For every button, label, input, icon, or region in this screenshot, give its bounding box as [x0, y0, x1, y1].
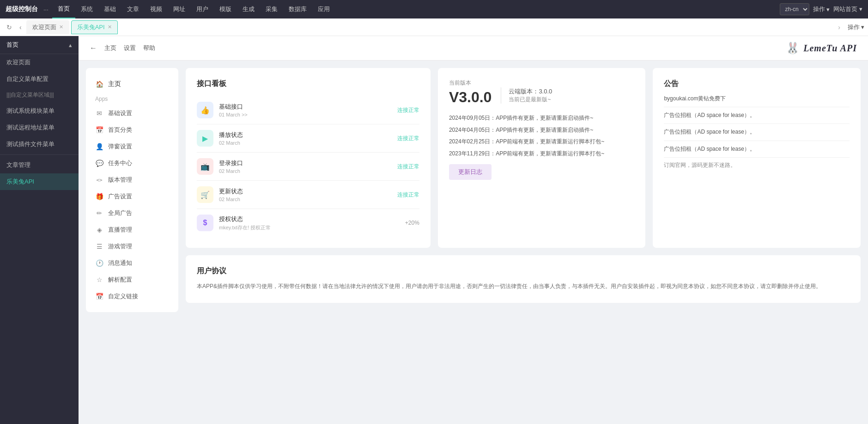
- api-info-auth: 授权状态 mkey.txt存在! 授权正常: [219, 215, 400, 231]
- left-nav-section: Apps: [86, 93, 178, 105]
- sidebar-item-pluginmenu[interactable]: 测试插件文件菜单: [0, 136, 79, 153]
- notice-item-0: bygoukai.com黄钻免费下: [664, 94, 850, 103]
- nav-generate[interactable]: 生成: [237, 0, 260, 18]
- site-button[interactable]: 网站首页 ▾: [833, 5, 862, 13]
- left-nav-adsettings[interactable]: 🎁 广告设置: [86, 188, 178, 205]
- sidebar-item-article[interactable]: 文章管理: [0, 157, 79, 173]
- nav-url[interactable]: 网址: [168, 0, 191, 18]
- api-status-login: 连接正常: [397, 163, 419, 171]
- logo-icon: 🐰: [786, 42, 800, 55]
- calendar-icon: 📅: [95, 126, 103, 134]
- left-nav-basicsettings[interactable]: ✉ 基础设置: [86, 105, 178, 122]
- left-nav-customlink[interactable]: 📅 自定义链接: [86, 288, 178, 305]
- api-status-auth: +20%: [405, 220, 419, 226]
- tab-close-lemetuapi[interactable]: ✕: [108, 24, 112, 30]
- nav-system[interactable]: 系统: [75, 0, 98, 18]
- left-nav-parseconfig[interactable]: ☆ 解析配置: [86, 271, 178, 288]
- version-meta: 当前版本 V3.0.0 云端版本：3.0.0 当前已是最新版~: [449, 79, 635, 108]
- left-nav-notification[interactable]: 🕐 消息通知: [86, 255, 178, 271]
- tab-welcome[interactable]: 欢迎页面 ✕: [26, 20, 69, 34]
- sidebar-item-menuarea[interactable]: |||自定义菜单区域|||: [0, 87, 79, 103]
- notice-divider-1: [664, 123, 850, 124]
- version-info-right: 云端版本：3.0.0 当前已是最新版~: [501, 87, 552, 104]
- sidebar-item-remotemenu[interactable]: 测试远程地址菜单: [0, 119, 79, 136]
- tab-lemetuapi[interactable]: 乐美兔API ✕: [71, 20, 118, 34]
- nav-links: 首页 系统 基础 文章 视频 网址 用户 模版 生成 采集 数据库 应用: [52, 0, 780, 18]
- nav-collect[interactable]: 采集: [260, 0, 283, 18]
- main-layout: 首页 ▴ 欢迎页面 自定义菜单配置 |||自定义菜单区域||| 测试系统模块菜单…: [0, 36, 868, 424]
- home-icon: 🏠: [95, 80, 103, 88]
- api-status-update: 连接正常: [397, 191, 419, 199]
- api-info-play: 播放状态 02 March: [219, 131, 392, 146]
- notice-divider-0: [664, 107, 850, 107]
- page-link-help[interactable]: 帮助: [143, 44, 155, 52]
- inner-content: 🏠 主页 Apps ✉ 基础设置 📅 首页分类 👤 弹窗设置 💬: [79, 61, 868, 320]
- nav-user[interactable]: 用户: [191, 0, 214, 18]
- left-nav-home[interactable]: 🏠 主页: [86, 75, 178, 93]
- notice-divider-3: [664, 157, 850, 158]
- version-updates: 2024年09月05日：APP插件有更新，更新请重新启动插件~ 2024年04月…: [449, 113, 635, 159]
- page-back-button[interactable]: ←: [90, 44, 97, 52]
- api-item-1: ▶ 播放状态 02 March 连接正常: [197, 124, 419, 153]
- api-item-0: 👍 基础接口 01 March >> 连接正常: [197, 96, 419, 124]
- api-icon-login: 📺: [197, 158, 213, 175]
- left-nav-gamemgmt[interactable]: ☰ 游戏管理: [86, 238, 178, 255]
- link-icon: 📅: [95, 292, 103, 301]
- nav-database[interactable]: 数据库: [283, 0, 312, 18]
- api-info-update: 更新状态 02 March: [219, 187, 392, 202]
- api-info-basic: 基础接口 01 March >>: [219, 103, 392, 117]
- lang-select[interactable]: zh-cn en: [780, 3, 809, 15]
- tab-ops[interactable]: 操作 ▾: [848, 23, 864, 31]
- notice-title: 公告: [664, 79, 850, 89]
- left-nav-versionmgmt[interactable]: <> 版本管理: [86, 172, 178, 188]
- top-nav: 超级控制台 ··· 首页 系统 基础 文章 视频 网址 用户 模版 生成 采集 …: [0, 0, 868, 18]
- agreement-text: 本APP&插件脚本仅供学习使用，不附带任何数据！请在当地法律允许的情况下使用，用…: [197, 282, 850, 292]
- left-nav-taskcenter[interactable]: 💬 任务中心: [86, 155, 178, 172]
- nav-home[interactable]: 首页: [52, 0, 75, 18]
- left-nav-livestream[interactable]: ◈ 直播管理: [86, 221, 178, 238]
- gift-icon: 🎁: [95, 192, 103, 201]
- page-link-settings[interactable]: 设置: [124, 44, 136, 52]
- nav-video[interactable]: 视频: [145, 0, 168, 18]
- api-icon-update: 🛒: [197, 186, 213, 203]
- list-icon: ☰: [95, 242, 103, 251]
- version-panel: 当前版本 V3.0.0 云端版本：3.0.0 当前已是最新版~ 2024年09月…: [438, 68, 646, 248]
- notice-item-2: 广告位招租（AD space for lease）。: [664, 128, 850, 136]
- notice-footer: 订阅官网，源码更新不迷路。: [664, 161, 850, 169]
- api-item-4: $ 授权状态 mkey.txt存在! 授权正常 +20%: [197, 209, 419, 237]
- refresh-button[interactable]: ↻: [4, 22, 15, 33]
- top-right: zh-cn en 操作 ▾ 网站首页 ▾: [780, 3, 862, 15]
- notice-panel: 公告 bygoukai.com黄钻免费下 广告位招租（AD space for …: [653, 68, 861, 248]
- nav-app[interactable]: 应用: [312, 0, 335, 18]
- chat-icon: 💬: [95, 159, 103, 167]
- tab-close-welcome[interactable]: ✕: [59, 24, 63, 30]
- brand-label: 超级控制台: [6, 5, 38, 13]
- left-panel: 🏠 主页 Apps ✉ 基础设置 📅 首页分类 👤 弹窗设置 💬: [86, 68, 178, 312]
- nav-basic[interactable]: 基础: [98, 0, 121, 18]
- sidebar-header: 首页 ▴: [0, 36, 79, 54]
- notice-item-1: 广告位招租（AD space for lease）。: [664, 111, 850, 120]
- sidebar-item-welcome[interactable]: 欢迎页面: [0, 54, 79, 71]
- more-dots[interactable]: ···: [43, 6, 49, 13]
- sidebar-item-lemetuapi[interactable]: 乐美兔API: [0, 173, 79, 190]
- sidebar-item-testmenu[interactable]: 测试系统模块菜单: [0, 103, 79, 119]
- notice-divider-2: [664, 141, 850, 141]
- api-panel: 接口看板 👍 基础接口 01 March >> 连接正常 ▶: [186, 68, 431, 248]
- ops-button[interactable]: 操作 ▾: [813, 5, 830, 13]
- tab-arrow[interactable]: ›: [838, 24, 840, 31]
- left-nav-globalad[interactable]: ✏ 全局广告: [86, 205, 178, 221]
- user-icon: 👤: [95, 142, 103, 151]
- update-log-button[interactable]: 更新日志: [449, 164, 492, 180]
- version-info-left: 当前版本 V3.0.0: [449, 79, 492, 108]
- page-link-home[interactable]: 主页: [104, 44, 116, 52]
- layers-icon: ◈: [95, 226, 103, 234]
- left-nav-popup[interactable]: 👤 弹窗设置: [86, 138, 178, 155]
- left-nav-homecategory[interactable]: 📅 首页分类: [86, 122, 178, 138]
- api-item-2: 📺 登录接口 02 March 连接正常: [197, 153, 419, 181]
- sidebar-item-custommenu[interactable]: 自定义菜单配置: [0, 71, 79, 87]
- nav-article[interactable]: 文章: [121, 0, 145, 18]
- star-icon: ☆: [95, 276, 103, 284]
- back-button[interactable]: ‹: [17, 22, 24, 33]
- tab-bar: ↻ ‹ 欢迎页面 ✕ 乐美兔API ✕ › 操作 ▾: [0, 18, 868, 36]
- nav-template[interactable]: 模版: [214, 0, 237, 18]
